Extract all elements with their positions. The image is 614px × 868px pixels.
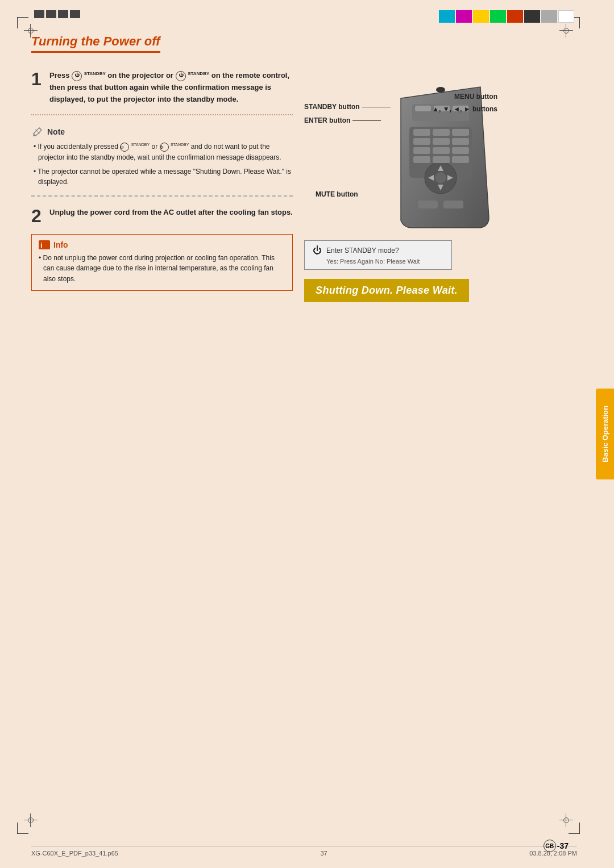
svg-rect-19	[452, 138, 469, 145]
mute-button-label: MUTE button	[316, 189, 358, 198]
svg-text:i: i	[40, 241, 43, 249]
svg-rect-20	[413, 147, 430, 154]
arrow-buttons-label: ▲, ▼, ◄, ► buttons	[432, 104, 497, 113]
page-content: Turning the Power off 1 Press ⏻ STANDBY …	[31, 34, 577, 823]
sidebar-tab: Basic Operation	[596, 389, 614, 479]
step1-text: Press ⏻ STANDBY on the projector or ⏻ ST…	[49, 70, 293, 105]
footer-filename: XG-C60X_E_PDF_p33_41.p65	[31, 850, 118, 857]
left-column: 1 Press ⏻ STANDBY on the projector or ⏻ …	[31, 70, 293, 302]
page-footer: XG-C60X_E_PDF_p33_41.p65 37 03.8.28, 2:0…	[31, 846, 577, 857]
remote-diagram: STANDBY button ENTER button MENU button …	[304, 76, 497, 235]
footer-page-num: 37	[320, 850, 327, 857]
svg-rect-15	[433, 129, 450, 136]
svg-rect-27	[443, 201, 463, 208]
top-registration-bars	[34, 10, 80, 18]
dialog-power-icon: ⏻	[313, 245, 322, 256]
step1-container: 1 Press ⏻ STANDBY on the projector or ⏻ …	[31, 70, 293, 105]
svg-point-28	[436, 87, 445, 93]
svg-line-0	[35, 130, 40, 134]
note-icon-standby1: ⏻	[120, 143, 129, 152]
note-standby-sup2: STANDBY	[171, 143, 189, 147]
info-bullet: Do not unplug the power cord during proj…	[39, 253, 285, 285]
svg-rect-18	[433, 138, 450, 145]
color-bars	[439, 10, 574, 23]
info-icon: i	[39, 240, 50, 249]
dialog-row1: ⏻ Enter STANDBY mode?	[313, 245, 443, 256]
svg-point-6	[435, 172, 446, 183]
standby-remote-icon: ⏻	[176, 71, 186, 81]
dialog-line2: Yes: Press Again No: Please Wait	[313, 258, 443, 265]
dialog-line1: Enter STANDBY mode?	[326, 247, 399, 254]
svg-rect-25	[452, 156, 469, 163]
page-title: Turning the Power off	[31, 34, 160, 53]
step2-number: 2	[31, 207, 43, 225]
svg-rect-11	[415, 106, 431, 111]
note-bullet2: The projector cannot be operated while a…	[34, 166, 293, 187]
note-text: If you accidentally pressed ⏻ STANDBY or…	[31, 141, 293, 187]
gb-badge: GB	[544, 840, 556, 852]
svg-rect-21	[433, 147, 450, 154]
page-number-area: GB -37	[544, 840, 569, 852]
standby-label-main: STANDBY	[84, 71, 106, 76]
note-box: Note If you accidentally pressed ⏻ STAND…	[31, 121, 293, 196]
menu-button-label: MENU button	[454, 91, 497, 101]
info-box: i Info Do not unplug the power cord duri…	[31, 234, 293, 291]
svg-rect-17	[413, 138, 430, 145]
info-text: Do not unplug the power cord during proj…	[39, 253, 285, 285]
note-icon-standby2: ⏻	[160, 143, 169, 152]
standby-label-remote: STANDBY	[188, 71, 209, 76]
enter-button-label: ENTER button	[304, 116, 381, 124]
remote-control-svg	[384, 81, 497, 229]
standby-dialog: ⏻ Enter STANDBY mode? Yes: Press Again N…	[304, 240, 452, 270]
svg-rect-22	[452, 147, 469, 154]
main-layout: 1 Press ⏻ STANDBY on the projector or ⏻ …	[31, 64, 577, 302]
standby-button-icon: ⏻	[72, 71, 82, 81]
step1-number: 1	[31, 70, 43, 88]
svg-rect-14	[413, 129, 430, 136]
page-number: -37	[557, 841, 569, 850]
svg-rect-23	[413, 156, 430, 163]
info-title: Info	[53, 240, 68, 249]
step2-container: 2 Unplug the power cord from the AC outl…	[31, 207, 293, 225]
note-bullet1: If you accidentally pressed ⏻ STANDBY or…	[34, 141, 293, 162]
step2-text: Unplug the power cord from the AC outlet…	[49, 207, 293, 219]
dotted-separator	[31, 114, 293, 115]
step2-text-strong: Unplug the power cord from the AC outlet…	[49, 208, 293, 216]
note-title: Note	[47, 127, 65, 136]
info-header: i Info	[39, 240, 285, 249]
shutdown-banner: Shutting Down. Please Wait.	[304, 279, 469, 302]
note-standby-sup1: STANDBY	[131, 143, 150, 147]
svg-rect-26	[418, 201, 438, 208]
note-icon	[31, 126, 44, 138]
sidebar-tab-label: Basic Operation	[601, 406, 609, 462]
svg-rect-16	[452, 129, 469, 136]
note-header: Note	[31, 126, 293, 138]
svg-rect-24	[433, 156, 450, 163]
standby-button-label: STANDBY button	[304, 103, 391, 111]
right-column: STANDBY button ENTER button MENU button …	[304, 70, 577, 302]
